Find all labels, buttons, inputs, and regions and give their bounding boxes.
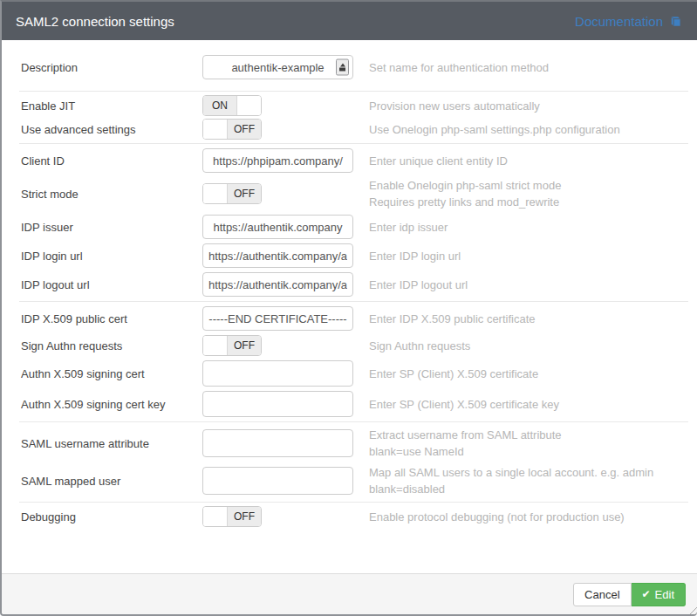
field-label: Client ID (21, 154, 202, 168)
enable-jit-toggle[interactable]: ON (202, 95, 262, 116)
field-row-debugging: Debugging OFF Enable protocol debugging … (2, 506, 697, 527)
field-hint: Enter idp issuer (360, 219, 687, 236)
field-label: IDP logout url (21, 278, 202, 291)
field-hint: Enter IDP X.509 public certificate (360, 311, 687, 327)
field-label: IDP issuer (21, 221, 202, 234)
field-label: SAML mapped user (21, 475, 202, 488)
check-icon: ✔ (642, 588, 651, 600)
field-row-idp-login-url: IDP login url Enter IDP login url (2, 243, 697, 268)
idp-login-url-input[interactable] (202, 243, 353, 268)
dialog-title: SAML2 connection settings (16, 14, 174, 29)
toggle-state-label: OFF (228, 184, 261, 203)
dialog-header: SAML2 connection settings Documentation (2, 2, 697, 40)
field-hint: Enable Onelogin php-saml strict mode Req… (360, 177, 687, 210)
field-hint: Enter unique client entity ID (360, 153, 687, 169)
field-hint: Enter IDP login url (360, 248, 687, 264)
section-divider (19, 143, 688, 144)
field-row-idp-logout-url: IDP logout url Enter IDP logout url (2, 272, 697, 297)
field-row-sign-authn-requests: Sign Authn requests OFF Sign Authn reque… (2, 335, 697, 356)
field-label: Debugging (21, 510, 202, 524)
field-row-saml-username-attribute: SAML username attribute Extract username… (2, 427, 697, 460)
field-hint: Enter SP (Client) X.509 certificate (360, 366, 687, 382)
strict-mode-toggle[interactable]: OFF (202, 183, 262, 204)
saml-mapped-user-input[interactable] (202, 467, 353, 495)
field-label: Strict mode (21, 188, 202, 201)
saml-username-attribute-input[interactable] (202, 429, 353, 457)
field-label: IDP X.509 public cert (21, 312, 202, 325)
use-advanced-settings-toggle[interactable]: OFF (202, 119, 262, 140)
toggle-state-label: ON (203, 96, 237, 115)
field-label: Authn X.509 signing cert key (21, 398, 202, 411)
field-row-saml-mapped-user: SAML mapped user Map all SAML users to a… (2, 464, 697, 497)
authn-x509-signing-cert-key-textarea[interactable] (202, 391, 353, 417)
idp-issuer-input[interactable] (202, 215, 353, 239)
field-row-description: Description Set name for authentication … (2, 55, 697, 79)
field-hint: Extract username from SAML attribute bla… (360, 427, 687, 460)
documentation-link[interactable]: Documentation (575, 14, 681, 29)
field-label: Authn X.509 signing cert (21, 367, 202, 380)
edit-button-label: Edit (655, 588, 674, 601)
idp-logout-url-input[interactable] (202, 272, 353, 297)
toggle-knob (203, 507, 228, 526)
field-hint: Use Onelogin php-saml settings.php confi… (360, 121, 687, 138)
field-label: Sign Authn requests (21, 339, 202, 352)
toggle-state-label: OFF (228, 336, 261, 355)
toggle-knob (203, 336, 228, 355)
field-row-idp-x509-public-cert: IDP X.509 public cert -----END CERTIFICA… (2, 306, 697, 331)
field-row-authn-x509-signing-cert: Authn X.509 signing cert Enter SP (Clien… (2, 360, 697, 387)
sign-authn-requests-toggle[interactable]: OFF (202, 335, 262, 356)
field-label: Enable JIT (21, 99, 202, 113)
toggle-knob (203, 120, 228, 139)
section-divider (19, 91, 688, 92)
field-row-use-advanced-settings: Use advanced settings OFF Use Onelogin p… (2, 119, 697, 140)
book-icon (668, 15, 681, 28)
field-hint: Enter IDP logout url (360, 277, 687, 293)
section-divider (19, 301, 688, 302)
toggle-state-label: OFF (228, 507, 261, 526)
description-input[interactable] (202, 55, 353, 79)
cancel-button[interactable]: Cancel (573, 583, 631, 606)
toggle-state-label: OFF (228, 120, 261, 139)
authn-x509-signing-cert-textarea[interactable] (202, 360, 353, 387)
field-row-enable-jit: Enable JIT ON Provision new users automa… (2, 95, 697, 116)
field-label: Use advanced settings (21, 123, 202, 136)
section-divider (19, 421, 688, 422)
field-hint: Map all SAML users to a single local acc… (360, 464, 687, 497)
saml2-settings-dialog: SAML2 connection settings Documentation … (0, 0, 697, 616)
field-row-client-id: Client ID Enter unique client entity ID (2, 148, 697, 173)
field-hint: Enable protocol debugging (not for produ… (360, 509, 687, 525)
field-hint: Provision new users automatically (360, 98, 687, 114)
input-stepper-icon[interactable] (336, 59, 349, 76)
idp-x509-public-cert-textarea[interactable]: -----END CERTIFICATE----- (202, 306, 353, 331)
field-row-idp-issuer: IDP issuer Enter idp issuer (2, 215, 697, 239)
debugging-toggle[interactable]: OFF (202, 506, 262, 527)
dialog-body: Description Set name for authentication … (2, 40, 697, 573)
documentation-link-label: Documentation (575, 14, 663, 29)
field-hint: Enter SP (Client) X.509 certificate key (360, 396, 687, 413)
field-row-authn-x509-signing-cert-key: Authn X.509 signing cert key Enter SP (C… (2, 391, 697, 417)
section-divider (19, 502, 688, 503)
field-label: Description (21, 61, 202, 74)
dialog-footer: Cancel ✔ Edit (2, 573, 697, 614)
field-hint: Set name for authentication method (360, 59, 687, 76)
field-label: IDP login url (21, 250, 202, 263)
client-id-input[interactable] (202, 148, 353, 173)
toggle-knob (203, 184, 228, 203)
field-row-strict-mode: Strict mode OFF Enable Onelogin php-saml… (2, 177, 697, 210)
toggle-knob (237, 96, 261, 115)
edit-button[interactable]: ✔ Edit (632, 583, 686, 606)
field-label: SAML username attribute (21, 437, 202, 450)
field-hint: Sign Authn requests (360, 338, 687, 354)
